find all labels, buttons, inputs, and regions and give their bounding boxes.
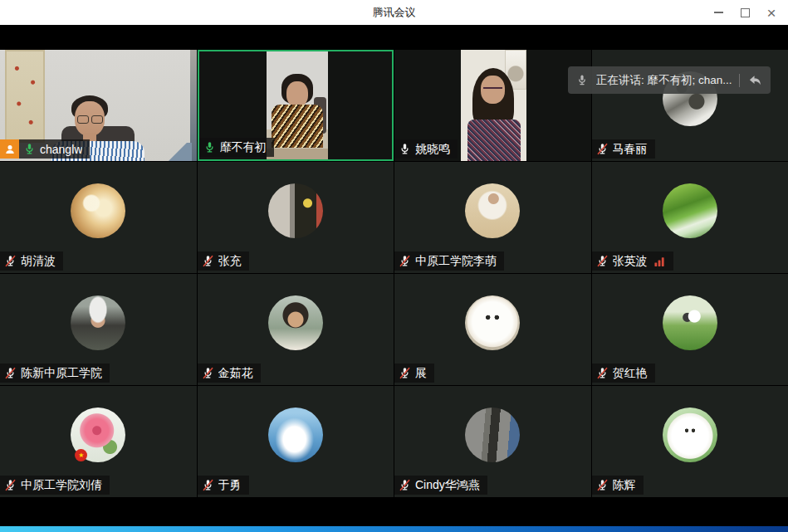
participant-label: 于勇	[198, 476, 249, 495]
meeting-stage: changlw 靡不有初 姚晓鸣	[0, 25, 788, 526]
participant-name: 张充	[218, 254, 242, 269]
participant-name: 于勇	[218, 478, 242, 493]
participant-name: 陈新中原工学院	[21, 366, 102, 381]
participant-name: changlw	[40, 143, 82, 156]
muted-mic-icon	[596, 367, 609, 379]
muted-mic-icon	[399, 367, 411, 379]
muted-mic-icon	[202, 479, 214, 491]
participant-label: 贺红艳	[592, 364, 655, 383]
participant-name: Cindy华鸿燕	[415, 478, 480, 493]
muted-mic-icon	[399, 255, 411, 267]
minimize-button[interactable]	[705, 0, 732, 25]
minimize-icon	[714, 12, 723, 13]
participant-label: 陈辉	[592, 476, 644, 495]
muted-mic-icon	[596, 255, 609, 267]
network-signal-icon	[653, 256, 666, 267]
participant-label: 靡不有初	[199, 138, 274, 157]
participant-name: 中原工学院李萌	[415, 254, 497, 269]
title-bar: 腾讯会议 ×	[0, 0, 788, 25]
reply-arrow-icon[interactable]	[747, 74, 762, 86]
maximize-button[interactable]	[732, 0, 758, 25]
participant-name: 贺红艳	[613, 366, 648, 381]
mic-on-icon	[399, 143, 411, 155]
avatar-smiling-woman	[268, 295, 323, 350]
avatar-dandelion-sunset	[71, 183, 125, 238]
speaking-banner-text: 正在讲话: 靡不有初; chan...	[596, 73, 732, 88]
participant-tile-zhan[interactable]: 展	[394, 274, 591, 385]
participant-name: 靡不有初	[220, 140, 267, 155]
participant-tile-liuqian[interactable]: ★ 中原工学院刘倩	[0, 386, 197, 497]
mic-on-icon	[23, 143, 36, 155]
participant-name: 展	[415, 366, 427, 381]
participant-tile-huqingbo[interactable]: 胡清波	[0, 162, 197, 273]
avatar-wedding-couple	[663, 295, 717, 350]
participant-label: 陈新中原工学院	[0, 364, 110, 383]
speaking-banner: 正在讲话: 靡不有初; chan...	[568, 66, 771, 94]
participant-label: 展	[394, 364, 434, 383]
muted-mic-icon	[596, 479, 609, 491]
participant-label: 姚晓鸣	[394, 139, 458, 159]
muted-mic-icon	[202, 367, 214, 379]
participant-label: Cindy华鸿燕	[394, 476, 487, 495]
muted-mic-icon	[596, 143, 609, 155]
scroll-painting	[5, 50, 45, 143]
participant-name: 金茹花	[218, 366, 253, 381]
mic-on-icon	[203, 141, 216, 154]
participant-name: 中原工学院刘倩	[21, 478, 102, 493]
participant-tile-changlw[interactable]: changlw	[0, 50, 197, 161]
close-icon: ×	[766, 5, 776, 21]
participant-tile-yaoxiaoming[interactable]: 姚晓鸣	[394, 50, 591, 161]
participant-name: 胡清波	[21, 254, 56, 269]
avatar-sky-cloud	[268, 408, 323, 462]
participant-label: 马春丽	[592, 139, 655, 159]
maximize-icon	[741, 8, 750, 17]
participant-label: changlw	[0, 139, 90, 159]
participant-label: 中原工学院李萌	[394, 251, 504, 271]
muted-mic-icon	[4, 479, 17, 491]
participant-label: 张充	[198, 251, 249, 271]
close-button[interactable]: ×	[758, 0, 785, 25]
participant-label: 张英波	[592, 251, 673, 271]
muted-mic-icon	[202, 255, 214, 267]
participant-tile-yuyong[interactable]: 于勇	[198, 386, 394, 497]
participant-tile-jinruhua[interactable]: 金茹花	[198, 274, 394, 385]
participant-tile-cindy[interactable]: Cindy华鸿燕	[394, 386, 591, 497]
avatar-white-kitten	[663, 408, 717, 462]
participant-name: 马春丽	[613, 142, 648, 157]
muted-mic-icon	[4, 255, 17, 267]
participant-tile-zhangchong[interactable]: 张充	[198, 162, 394, 273]
participant-tile-chenhui[interactable]: 陈辉	[592, 386, 788, 497]
avatar-person-by-wall	[465, 408, 520, 462]
participant-tile-mibuyouchu[interactable]: 靡不有初	[198, 50, 394, 161]
avatar-white-dog	[465, 295, 520, 350]
host-badge-icon	[0, 139, 19, 159]
participant-tile-limeng[interactable]: 中原工学院李萌	[394, 162, 591, 273]
window-controls: ×	[705, 0, 785, 25]
muted-mic-icon	[4, 367, 17, 379]
participant-name: 张英波	[613, 254, 648, 269]
participant-tile-chenxin[interactable]: 陈新中原工学院	[0, 274, 197, 385]
participant-grid: changlw 靡不有初 姚晓鸣	[0, 50, 788, 497]
microphone-icon	[576, 74, 588, 86]
muted-mic-icon	[399, 479, 411, 491]
participant-name: 陈辉	[613, 478, 636, 493]
participant-label: 中原工学院刘倩	[0, 476, 110, 495]
participant-tile-zhangyingbo[interactable]: 张英波	[592, 162, 788, 273]
avatar-cat-with-book	[268, 183, 323, 238]
participant-label: 金茹花	[198, 364, 261, 383]
window-title: 腾讯会议	[0, 0, 788, 25]
participant-label: 胡清波	[0, 251, 63, 271]
participant-name: 姚晓鸣	[415, 142, 450, 157]
avatar-woman-with-white-hat	[71, 295, 125, 350]
participant-tile-hehongyan[interactable]: 贺红艳	[592, 274, 788, 385]
bottom-edge-bar	[0, 526, 788, 532]
avatar-forest-stream	[663, 183, 717, 238]
avatar-person-on-beach	[465, 183, 520, 238]
banner-divider	[739, 74, 740, 87]
